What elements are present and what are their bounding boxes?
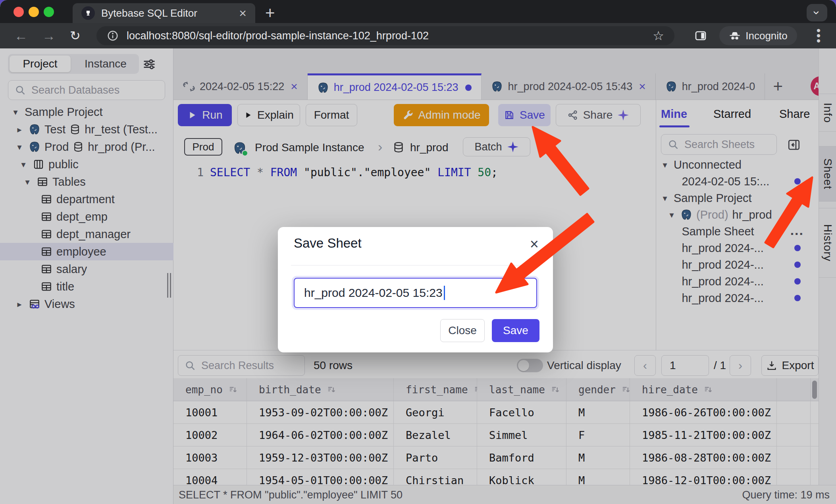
dialog-close-button[interactable]: Close [440,319,485,342]
text-cursor [444,286,445,300]
bytebase-favicon-icon [81,6,95,20]
window-close-button[interactable] [13,7,24,17]
screen: Bytebase SQL Editor × + › ← → ↻ localhos… [0,0,836,504]
browser-tabstrip: Bytebase SQL Editor × + › [0,0,836,23]
browser-tab-close-icon[interactable]: × [239,7,247,19]
reload-button[interactable]: ↻ [70,23,81,48]
window-zoom-button[interactable] [44,7,54,17]
incognito-label: Incognito [745,30,788,42]
side-panel-icon[interactable] [694,29,707,42]
site-info-icon[interactable] [107,30,119,42]
window-minimize-button[interactable] [29,7,39,17]
forward-button[interactable]: → [42,23,56,48]
dialog-save-button[interactable]: Save [492,319,539,342]
url-bar[interactable]: localhost:8080/sql-editor/prod-sample-in… [96,26,674,45]
sheet-name-input[interactable]: hr_prod 2024-02-05 15:23 [294,278,537,308]
browser-tab[interactable]: Bytebase SQL Editor × [73,3,255,23]
browser-window: Bytebase SQL Editor × + › ← → ↻ localhos… [0,0,836,504]
url-text: localhost:8080/sql-editor/prod-sample-in… [127,30,653,42]
browser-navbar: ← → ↻ localhost:8080/sql-editor/prod-sam… [0,23,836,48]
sheet-name-value: hr_prod 2024-02-05 15:23 [304,286,443,300]
browser-tab-title: Bytebase SQL Editor [101,7,239,19]
new-browser-tab-button[interactable]: + [265,3,275,23]
tab-search-chevron-button[interactable]: › [807,4,827,21]
browser-menu-icon[interactable]: ••• [815,28,823,43]
divider [291,265,540,265]
incognito-icon [729,30,741,42]
save-sheet-dialog: Save Sheet × hr_prod 2024-02-05 15:23 Cl… [278,227,553,352]
bookmark-star-icon[interactable]: ☆ [653,28,664,43]
dialog-close-icon[interactable]: × [530,237,539,252]
chevron-down-icon: › [810,11,824,15]
back-button[interactable]: ← [14,23,28,48]
bytebase-app: Project Instance ▾Sample Project▸Testhr_… [0,48,836,504]
dialog-title: Save Sheet [294,236,362,251]
incognito-badge: Incognito [719,26,797,45]
